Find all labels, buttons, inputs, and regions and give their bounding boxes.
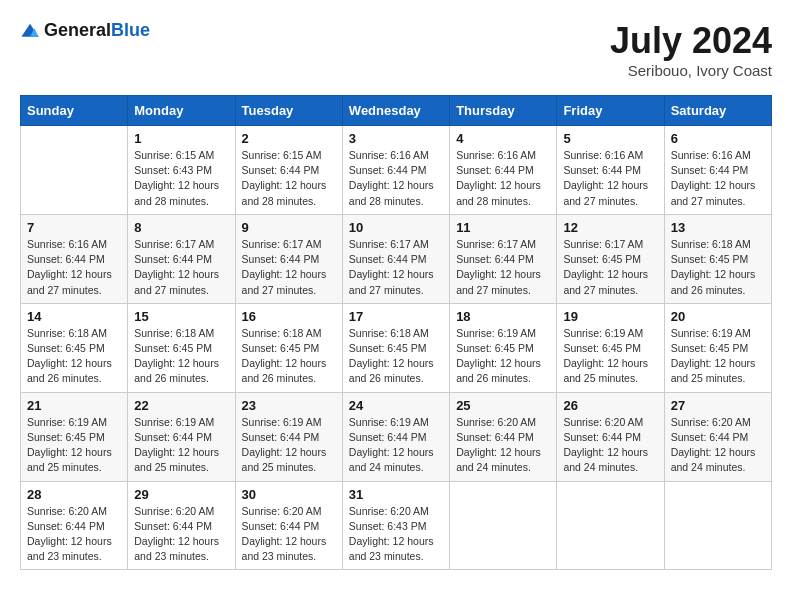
logo-blue: Blue (111, 20, 150, 40)
day-info: Sunrise: 6:20 AM Sunset: 6:44 PM Dayligh… (242, 504, 336, 565)
day-info: Sunrise: 6:15 AM Sunset: 6:43 PM Dayligh… (134, 148, 228, 209)
day-info: Sunrise: 6:19 AM Sunset: 6:45 PM Dayligh… (671, 326, 765, 387)
day-number: 22 (134, 398, 228, 413)
day-info: Sunrise: 6:20 AM Sunset: 6:44 PM Dayligh… (671, 415, 765, 476)
calendar-cell: 6Sunrise: 6:16 AM Sunset: 6:44 PM Daylig… (664, 126, 771, 215)
calendar-cell (664, 481, 771, 570)
weekday-header: Sunday (21, 96, 128, 126)
day-number: 19 (563, 309, 657, 324)
day-number: 3 (349, 131, 443, 146)
day-info: Sunrise: 6:16 AM Sunset: 6:44 PM Dayligh… (349, 148, 443, 209)
day-number: 16 (242, 309, 336, 324)
calendar-week-row: 28Sunrise: 6:20 AM Sunset: 6:44 PM Dayli… (21, 481, 772, 570)
calendar-cell: 10Sunrise: 6:17 AM Sunset: 6:44 PM Dayli… (342, 214, 449, 303)
day-info: Sunrise: 6:20 AM Sunset: 6:44 PM Dayligh… (134, 504, 228, 565)
day-number: 11 (456, 220, 550, 235)
day-info: Sunrise: 6:15 AM Sunset: 6:44 PM Dayligh… (242, 148, 336, 209)
day-info: Sunrise: 6:19 AM Sunset: 6:44 PM Dayligh… (349, 415, 443, 476)
day-info: Sunrise: 6:20 AM Sunset: 6:44 PM Dayligh… (27, 504, 121, 565)
day-info: Sunrise: 6:19 AM Sunset: 6:45 PM Dayligh… (27, 415, 121, 476)
day-info: Sunrise: 6:18 AM Sunset: 6:45 PM Dayligh… (671, 237, 765, 298)
calendar-cell: 17Sunrise: 6:18 AM Sunset: 6:45 PM Dayli… (342, 303, 449, 392)
day-number: 26 (563, 398, 657, 413)
calendar-cell: 14Sunrise: 6:18 AM Sunset: 6:45 PM Dayli… (21, 303, 128, 392)
calendar-cell: 31Sunrise: 6:20 AM Sunset: 6:43 PM Dayli… (342, 481, 449, 570)
calendar-cell (21, 126, 128, 215)
calendar-table: SundayMondayTuesdayWednesdayThursdayFrid… (20, 95, 772, 570)
day-number: 15 (134, 309, 228, 324)
calendar-week-row: 14Sunrise: 6:18 AM Sunset: 6:45 PM Dayli… (21, 303, 772, 392)
calendar-cell: 9Sunrise: 6:17 AM Sunset: 6:44 PM Daylig… (235, 214, 342, 303)
day-info: Sunrise: 6:18 AM Sunset: 6:45 PM Dayligh… (242, 326, 336, 387)
calendar-cell: 19Sunrise: 6:19 AM Sunset: 6:45 PM Dayli… (557, 303, 664, 392)
day-info: Sunrise: 6:17 AM Sunset: 6:45 PM Dayligh… (563, 237, 657, 298)
logo-text: GeneralBlue (44, 20, 150, 41)
calendar-cell: 1Sunrise: 6:15 AM Sunset: 6:43 PM Daylig… (128, 126, 235, 215)
weekday-header: Wednesday (342, 96, 449, 126)
page-header: GeneralBlue July 2024 Seribouo, Ivory Co… (20, 20, 772, 79)
calendar-cell: 22Sunrise: 6:19 AM Sunset: 6:44 PM Dayli… (128, 392, 235, 481)
day-info: Sunrise: 6:17 AM Sunset: 6:44 PM Dayligh… (134, 237, 228, 298)
month-title: July 2024 (610, 20, 772, 62)
day-number: 23 (242, 398, 336, 413)
calendar-cell: 2Sunrise: 6:15 AM Sunset: 6:44 PM Daylig… (235, 126, 342, 215)
calendar-cell: 20Sunrise: 6:19 AM Sunset: 6:45 PM Dayli… (664, 303, 771, 392)
calendar-cell: 11Sunrise: 6:17 AM Sunset: 6:44 PM Dayli… (450, 214, 557, 303)
day-info: Sunrise: 6:18 AM Sunset: 6:45 PM Dayligh… (27, 326, 121, 387)
day-number: 9 (242, 220, 336, 235)
day-info: Sunrise: 6:20 AM Sunset: 6:43 PM Dayligh… (349, 504, 443, 565)
calendar-cell: 7Sunrise: 6:16 AM Sunset: 6:44 PM Daylig… (21, 214, 128, 303)
day-info: Sunrise: 6:17 AM Sunset: 6:44 PM Dayligh… (349, 237, 443, 298)
calendar-cell: 27Sunrise: 6:20 AM Sunset: 6:44 PM Dayli… (664, 392, 771, 481)
day-number: 21 (27, 398, 121, 413)
calendar-cell: 23Sunrise: 6:19 AM Sunset: 6:44 PM Dayli… (235, 392, 342, 481)
calendar-cell: 4Sunrise: 6:16 AM Sunset: 6:44 PM Daylig… (450, 126, 557, 215)
day-number: 18 (456, 309, 550, 324)
calendar-cell: 13Sunrise: 6:18 AM Sunset: 6:45 PM Dayli… (664, 214, 771, 303)
weekday-header: Saturday (664, 96, 771, 126)
calendar-cell: 25Sunrise: 6:20 AM Sunset: 6:44 PM Dayli… (450, 392, 557, 481)
day-info: Sunrise: 6:17 AM Sunset: 6:44 PM Dayligh… (456, 237, 550, 298)
weekday-header-row: SundayMondayTuesdayWednesdayThursdayFrid… (21, 96, 772, 126)
day-info: Sunrise: 6:19 AM Sunset: 6:44 PM Dayligh… (242, 415, 336, 476)
day-number: 13 (671, 220, 765, 235)
calendar-cell: 5Sunrise: 6:16 AM Sunset: 6:44 PM Daylig… (557, 126, 664, 215)
day-number: 24 (349, 398, 443, 413)
day-number: 4 (456, 131, 550, 146)
day-number: 28 (27, 487, 121, 502)
logo-icon (20, 21, 40, 41)
day-info: Sunrise: 6:16 AM Sunset: 6:44 PM Dayligh… (456, 148, 550, 209)
weekday-header: Monday (128, 96, 235, 126)
calendar-cell: 26Sunrise: 6:20 AM Sunset: 6:44 PM Dayli… (557, 392, 664, 481)
calendar-cell: 28Sunrise: 6:20 AM Sunset: 6:44 PM Dayli… (21, 481, 128, 570)
day-number: 20 (671, 309, 765, 324)
day-number: 12 (563, 220, 657, 235)
calendar-week-row: 21Sunrise: 6:19 AM Sunset: 6:45 PM Dayli… (21, 392, 772, 481)
day-info: Sunrise: 6:19 AM Sunset: 6:44 PM Dayligh… (134, 415, 228, 476)
day-number: 5 (563, 131, 657, 146)
title-block: July 2024 Seribouo, Ivory Coast (610, 20, 772, 79)
day-info: Sunrise: 6:16 AM Sunset: 6:44 PM Dayligh… (27, 237, 121, 298)
day-info: Sunrise: 6:18 AM Sunset: 6:45 PM Dayligh… (349, 326, 443, 387)
calendar-cell: 16Sunrise: 6:18 AM Sunset: 6:45 PM Dayli… (235, 303, 342, 392)
day-number: 29 (134, 487, 228, 502)
calendar-cell: 29Sunrise: 6:20 AM Sunset: 6:44 PM Dayli… (128, 481, 235, 570)
day-number: 30 (242, 487, 336, 502)
logo-general: General (44, 20, 111, 40)
day-number: 2 (242, 131, 336, 146)
day-info: Sunrise: 6:18 AM Sunset: 6:45 PM Dayligh… (134, 326, 228, 387)
day-number: 31 (349, 487, 443, 502)
location-title: Seribouo, Ivory Coast (610, 62, 772, 79)
day-info: Sunrise: 6:19 AM Sunset: 6:45 PM Dayligh… (456, 326, 550, 387)
day-number: 10 (349, 220, 443, 235)
calendar-cell (450, 481, 557, 570)
calendar-cell: 18Sunrise: 6:19 AM Sunset: 6:45 PM Dayli… (450, 303, 557, 392)
day-number: 7 (27, 220, 121, 235)
day-number: 14 (27, 309, 121, 324)
weekday-header: Thursday (450, 96, 557, 126)
day-number: 6 (671, 131, 765, 146)
calendar-cell: 24Sunrise: 6:19 AM Sunset: 6:44 PM Dayli… (342, 392, 449, 481)
day-info: Sunrise: 6:20 AM Sunset: 6:44 PM Dayligh… (563, 415, 657, 476)
day-number: 17 (349, 309, 443, 324)
weekday-header: Friday (557, 96, 664, 126)
